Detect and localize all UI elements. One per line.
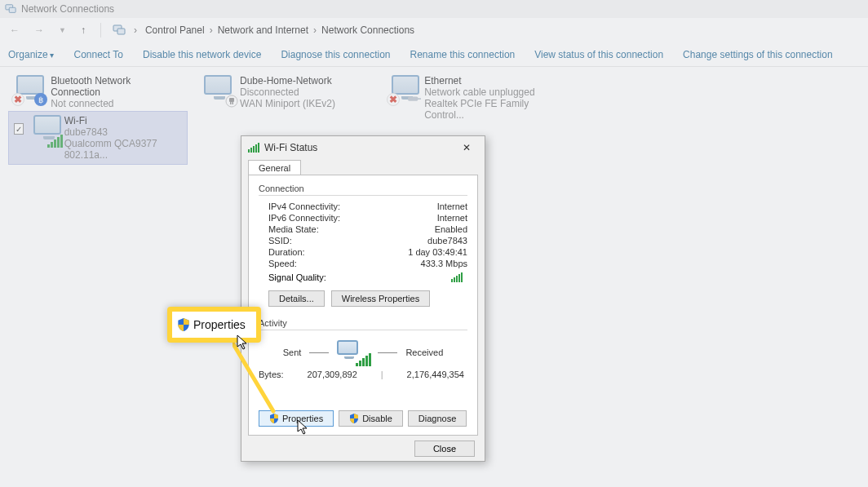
- rename-cmd[interactable]: Rename this connection: [410, 49, 515, 60]
- connection-name: Wi-Fi: [64, 115, 182, 126]
- bluetooth-icon: ฿: [34, 93, 47, 106]
- location-icon: [113, 24, 126, 37]
- wireless-properties-button[interactable]: Wireless Properties: [331, 290, 430, 307]
- history-dropdown[interactable]: ▼: [55, 26, 69, 34]
- connection-name: Ethernet: [424, 75, 558, 86]
- duration-label: Duration:: [268, 247, 305, 257]
- activity-icon: [337, 340, 370, 365]
- ethernet-plug-icon: [408, 93, 421, 106]
- tab-strip: General: [241, 159, 485, 175]
- connection-icon: ✖: [388, 75, 419, 104]
- view-status-cmd[interactable]: View status of this connection: [534, 49, 663, 60]
- sent-label: Sent: [283, 348, 302, 357]
- address-bar: ← → ▼ ↑ › Control Panel › Network and In…: [0, 18, 868, 42]
- bytes-label: Bytes:: [259, 370, 284, 379]
- speed-label: Speed:: [268, 259, 297, 268]
- svg-rect-8: [408, 96, 418, 100]
- tab-general[interactable]: General: [248, 160, 301, 175]
- connection-device: WAN Miniport (IKEv2): [240, 98, 335, 109]
- connection-item-wifi[interactable]: ✓ Wi-Fi dube7843 Qualcomm QCA9377 802.11…: [8, 111, 188, 165]
- organize-menu[interactable]: Organize: [8, 49, 54, 60]
- duration-value: 1 day 03:49:41: [408, 247, 467, 257]
- connection-status: dube7843: [64, 126, 182, 138]
- disable-device-cmd[interactable]: Disable this network device: [143, 49, 261, 60]
- ssid-label: SSID:: [268, 236, 292, 246]
- bytes-received-value: 2,176,449,354: [407, 370, 464, 379]
- selection-checkbox[interactable]: ✓: [14, 123, 24, 135]
- forward-button[interactable]: →: [31, 24, 47, 36]
- dialog-title: Wi-Fi Status: [264, 142, 317, 153]
- shield-icon: [349, 414, 359, 423]
- ipv6-label: IPv6 Connectivity:: [268, 213, 340, 223]
- change-settings-cmd[interactable]: Change settings of this connection: [683, 49, 832, 60]
- signal-quality-icon: [451, 272, 463, 282]
- bytes-sent-value: 207,309,892: [308, 370, 357, 379]
- error-icon: ✖: [387, 93, 400, 106]
- connection-icon: [201, 75, 235, 104]
- ipv6-value: Internet: [437, 213, 467, 223]
- back-button[interactable]: ←: [7, 24, 23, 36]
- svg-rect-7: [232, 102, 234, 104]
- group-activity-label: Activity: [259, 318, 467, 328]
- breadcrumb[interactable]: Control Panel › Network and Internet › N…: [145, 24, 414, 36]
- connection-item-vpn[interactable]: Dube-Home-Network Disconnected WAN Minip…: [196, 72, 375, 113]
- media-state-label: Media State:: [268, 224, 319, 234]
- ipv4-label: IPv4 Connectivity:: [268, 201, 340, 211]
- details-button[interactable]: Details...: [268, 290, 325, 307]
- signal-bars-icon: [47, 135, 63, 148]
- cursor-icon: [237, 334, 250, 351]
- crumb-control-panel[interactable]: Control Panel: [145, 24, 205, 36]
- up-button[interactable]: ↑: [78, 24, 89, 36]
- callout-label: Properties: [193, 318, 246, 331]
- connection-status: Not connected: [51, 98, 183, 109]
- group-connection-label: Connection: [259, 184, 467, 193]
- crumb-network-connections[interactable]: Network Connections: [321, 24, 414, 36]
- shield-icon: [269, 414, 279, 423]
- wifi-status-dialog: Wi-Fi Status ✕ General Connection IPv4 C…: [241, 135, 485, 462]
- media-state-value: Enabled: [435, 224, 467, 234]
- cursor-icon: [297, 419, 310, 436]
- window-titlebar: Network Connections: [0, 0, 868, 18]
- network-icon: [5, 3, 16, 15]
- connection-name: Bluetooth Network Connection: [51, 75, 183, 98]
- svg-rect-1: [9, 7, 16, 12]
- dialog-titlebar[interactable]: Wi-Fi Status ✕: [241, 136, 485, 159]
- error-icon: ✖: [11, 93, 24, 106]
- close-button[interactable]: Close: [414, 441, 475, 457]
- svg-rect-5: [229, 98, 234, 102]
- close-icon[interactable]: ✕: [455, 142, 478, 153]
- connection-device: Realtek PCIe FE Family Control...: [424, 98, 558, 121]
- connections-list: ✖ ฿ Bluetooth Network Connection Not con…: [0, 67, 868, 140]
- connection-icon: ✖ ฿: [13, 75, 46, 104]
- speed-value: 433.3 Mbps: [421, 259, 467, 268]
- svg-rect-3: [117, 29, 125, 34]
- svg-rect-6: [230, 102, 232, 104]
- ipv4-value: Internet: [437, 201, 467, 211]
- connect-to-cmd[interactable]: Connect To: [73, 49, 123, 60]
- signal-bars-icon: [248, 143, 259, 153]
- diagnose-cmd[interactable]: Diagnose this connection: [281, 49, 390, 60]
- connection-icon: [30, 115, 60, 144]
- connection-status: Network cable unplugged: [424, 86, 558, 98]
- connection-device: Qualcomm QCA9377 802.11a...: [64, 138, 182, 161]
- window-title: Network Connections: [21, 3, 114, 15]
- tab-panel: Connection IPv4 Connectivity:Internet IP…: [248, 175, 478, 436]
- crumb-network-internet[interactable]: Network and Internet: [218, 24, 308, 36]
- disable-button[interactable]: Disable: [339, 410, 403, 427]
- ssid-value: dube7843: [427, 236, 467, 246]
- connection-name: Dube-Home-Network: [240, 75, 335, 86]
- connection-status: Disconnected: [240, 86, 335, 98]
- command-bar: Organize Connect To Disable this network…: [0, 42, 868, 67]
- plug-icon: [225, 95, 238, 108]
- signal-quality-label: Signal Quality:: [268, 272, 326, 282]
- connection-item-ethernet[interactable]: ✖ Ethernet Network cable unplugged Realt…: [383, 72, 563, 124]
- received-label: Received: [405, 348, 443, 357]
- svg-rect-9: [417, 98, 421, 100]
- shield-icon: [177, 318, 190, 331]
- diagnose-button[interactable]: Diagnose: [408, 410, 467, 427]
